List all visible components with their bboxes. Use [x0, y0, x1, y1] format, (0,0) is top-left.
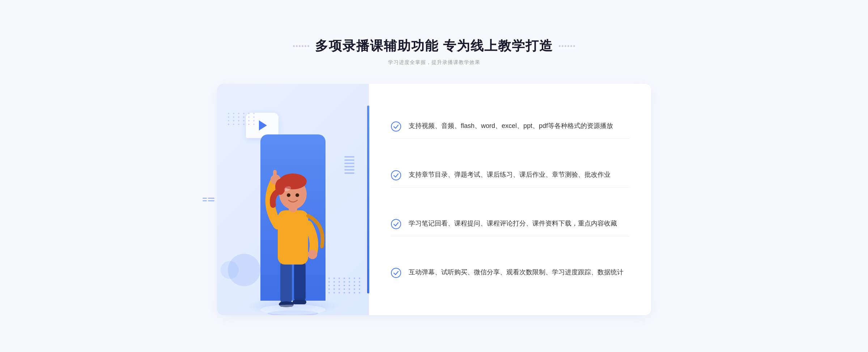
page-container: 多项录播课辅助功能 专为线上教学打造 学习进度全掌握，提升录播课教学效果: [217, 37, 651, 315]
svg-point-18: [391, 122, 401, 131]
feature-text-4: 互动弹幕、试听购买、微信分享、观看次数限制、学习进度跟踪、数据统计: [409, 267, 624, 278]
svg-point-20: [391, 219, 401, 229]
svg-point-15: [295, 193, 299, 197]
deco-circle-small: [221, 261, 239, 279]
dots-grid-top: [228, 113, 256, 125]
feature-text-3: 学习笔记回看、课程提问、课程评论打分、课件资料下载，重点内容收藏: [409, 218, 617, 229]
svg-rect-5: [293, 300, 306, 304]
feature-text-2: 支持章节目录、弹题考试、课后练习、课后作业、章节测验、批改作业: [409, 169, 610, 180]
subtitle: 学习进度全掌握，提升录播课教学效果: [217, 59, 651, 66]
check-icon-4: [391, 267, 401, 278]
feature-item-4: 互动弹幕、试听购买、微信分享、观看次数限制、学习进度跟踪、数据统计: [391, 260, 629, 285]
svg-point-19: [391, 171, 401, 180]
svg-rect-1: [280, 261, 292, 304]
title-dots-right: [559, 45, 575, 47]
svg-point-14: [287, 193, 290, 197]
deco-stripes: [344, 156, 354, 185]
feature-item-2: 支持章节目录、弹题考试、课后练习、课后作业、章节测验、批改作业: [391, 163, 629, 188]
left-accent-bar: [367, 106, 369, 293]
feature-item-1: 支持视频、音频、flash、word、excel、ppt、pdf等各种格式的资源…: [391, 114, 629, 139]
title-row: 多项录播课辅助功能 专为线上教学打造: [217, 37, 651, 55]
play-icon: [259, 120, 267, 130]
svg-rect-2: [294, 261, 306, 302]
svg-rect-8: [273, 170, 277, 181]
svg-rect-6: [278, 210, 308, 265]
check-icon-2: [391, 170, 401, 181]
feature-text-1: 支持视频、音频、flash、word、excel、ppt、pdf等各种格式的资源…: [409, 120, 613, 132]
illustration-area: [217, 84, 369, 315]
features-area: 支持视频、音频、flash、word、excel、ppt、pdf等各种格式的资源…: [369, 84, 651, 315]
header-section: 多项录播课辅助功能 专为线上教学打造 学习进度全掌握，提升录播课教学效果: [217, 37, 651, 66]
svg-point-17: [260, 305, 326, 315]
chevron-left-icon: [203, 198, 214, 201]
check-icon-3: [391, 219, 401, 229]
person-illustration: [242, 134, 344, 315]
title-dots-left: [293, 45, 309, 47]
check-icon-1: [391, 121, 401, 132]
person-svg: [246, 138, 340, 315]
svg-point-21: [391, 268, 401, 278]
content-card: 支持视频、音频、flash、word、excel、ppt、pdf等各种格式的资源…: [217, 84, 651, 315]
svg-point-9: [308, 250, 317, 259]
main-title: 多项录播课辅助功能 专为线上教学打造: [315, 37, 553, 55]
feature-item-3: 学习笔记回看、课程提问、课程评论打分、课件资料下载，重点内容收藏: [391, 211, 629, 236]
